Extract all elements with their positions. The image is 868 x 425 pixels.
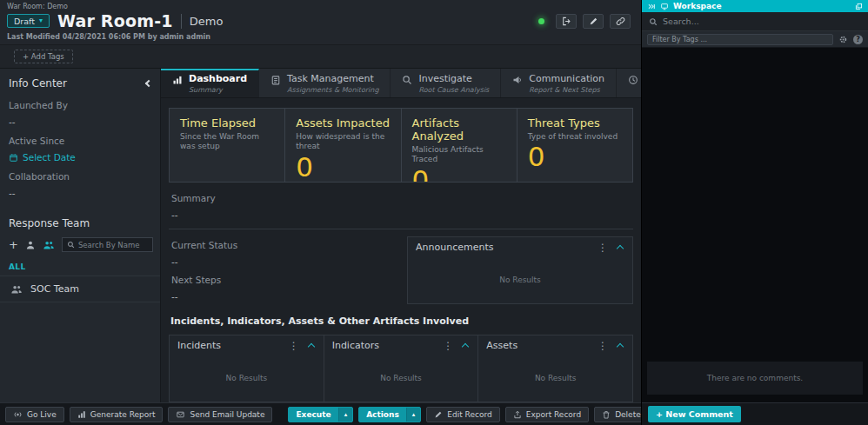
stat-value: 0 <box>528 143 622 170</box>
tab-bar: DashboardSummary Task ManagementAssignme… <box>161 69 641 98</box>
export-record-button[interactable]: Export Record <box>505 407 589 422</box>
status-section: Current Status -- Next Steps -- <box>169 236 398 304</box>
report-icon <box>77 410 86 419</box>
summary-label: Summary <box>171 193 631 203</box>
trash-icon <box>602 410 611 419</box>
edit-record-button[interactable]: Edit Record <box>426 407 499 422</box>
assets-title: Assets <box>486 340 590 351</box>
team-filter-button[interactable] <box>43 240 55 250</box>
tab-label: Communication <box>529 73 604 84</box>
investigate-icon <box>402 75 412 85</box>
stat-title: Threat Types <box>528 116 622 129</box>
page-subtitle: Demo <box>190 15 224 28</box>
summary-value: -- <box>171 209 631 220</box>
actions-label: Actions <box>359 408 406 422</box>
users-icon <box>10 284 23 295</box>
announcements-empty: No Results <box>408 256 632 303</box>
assets-empty: No Results <box>478 355 632 402</box>
announcements-panel: Announcements ⋮ No Results <box>407 236 633 304</box>
tab-communication[interactable]: CommunicationReport & Next Steps <box>501 69 617 97</box>
collaboration-value: -- <box>9 188 151 198</box>
actions-button[interactable]: Actions ▴ <box>358 407 421 422</box>
status-row: Current Status -- Next Steps -- Announce… <box>169 236 633 304</box>
add-member-button[interactable]: + <box>9 239 18 250</box>
tab-sublabel: Summary <box>189 86 247 94</box>
collapse-panel-icon[interactable] <box>617 343 624 350</box>
send-email-update-label: Send Email Update <box>190 410 264 419</box>
artifacts-panels: Incidents ⋮ No Results Indicators ⋮ <box>169 335 633 402</box>
tab-sublabel: Assignments & Monitoring <box>287 86 378 94</box>
comments-area: There are no comments. <box>642 48 868 402</box>
filter-by-tags-input[interactable] <box>647 34 833 45</box>
execute-actions-group: Execute ▴ Actions ▴ <box>288 407 421 422</box>
stat-desc: How widespread is the threat <box>296 132 390 152</box>
header-actions <box>538 14 632 29</box>
tab-dashboard[interactable]: DashboardSummary <box>161 69 259 97</box>
action-toolbar: Go Live Generate Report Send Email Updat… <box>0 402 641 425</box>
workspace-filter-row: ? <box>642 31 868 48</box>
announcements-header: Announcements ⋮ <box>408 237 632 256</box>
team-search-input[interactable] <box>78 241 148 249</box>
title-row: Draft ▾ War Room-1 Demo <box>7 12 632 30</box>
users-icon <box>43 240 55 250</box>
go-live-label: Go Live <box>27 410 57 419</box>
collapse-panel-icon[interactable] <box>617 245 624 252</box>
collapse-workspace-icon[interactable] <box>647 3 656 10</box>
caret-up-icon[interactable]: ▴ <box>338 408 353 422</box>
clock-icon <box>628 75 638 85</box>
launched-by-value: -- <box>9 116 151 127</box>
collaboration-label: Collaboration <box>9 171 151 182</box>
launched-by-label: Launched By <box>9 100 151 110</box>
workspace-search-input[interactable] <box>663 17 861 26</box>
announcements-title: Announcements <box>416 242 590 253</box>
stat-desc: Malicious Artifacts Traced <box>412 145 506 165</box>
help-icon[interactable]: ? <box>853 35 863 44</box>
popout-window-icon[interactable] <box>855 3 863 10</box>
new-comment-button[interactable]: + New Comment <box>648 406 741 422</box>
info-center-sidebar: Info Center Launched By -- Active Since … <box>0 69 161 402</box>
next-steps-label: Next Steps <box>171 275 396 285</box>
go-live-button[interactable]: Go Live <box>5 407 64 422</box>
collapse-panel-icon[interactable] <box>462 343 469 350</box>
caret-up-icon[interactable]: ▴ <box>406 408 421 422</box>
user-filter-button[interactable] <box>25 240 36 250</box>
workspace-footer: + New Comment <box>642 402 868 425</box>
pencil-icon <box>434 410 443 419</box>
select-date-link[interactable]: Select Date <box>9 152 151 163</box>
monitor-icon <box>660 3 669 10</box>
tab-label: Investigate <box>418 73 489 84</box>
main-panel: DashboardSummary Task ManagementAssignme… <box>161 69 641 402</box>
kebab-menu-icon[interactable]: ⋮ <box>590 242 616 253</box>
leave-room-button[interactable] <box>556 14 577 29</box>
kebab-menu-icon[interactable]: ⋮ <box>281 341 307 351</box>
collaboration-field: Collaboration -- <box>0 163 160 198</box>
collapse-panel-icon[interactable] <box>307 343 314 350</box>
tab-investigate[interactable]: InvestigateRoot Cause Analysis <box>391 69 501 97</box>
copy-link-button[interactable] <box>610 14 631 29</box>
edit-record-label: Edit Record <box>447 410 491 419</box>
tab-task-management[interactable]: Task ManagementAssignments & Monitoring <box>259 69 391 97</box>
edit-war-room-button[interactable] <box>583 14 604 29</box>
dashboard-icon <box>172 75 183 85</box>
indicators-empty: No Results <box>324 355 478 402</box>
kebab-menu-icon[interactable]: ⋮ <box>435 341 461 351</box>
artifacts-section-header: Incidents, Indicators, Assets & Other Ar… <box>169 315 633 327</box>
send-email-update-button[interactable]: Send Email Update <box>168 407 272 422</box>
select-date-label: Select Date <box>23 152 76 163</box>
war-room-header: War Room: Demo Draft ▾ War Room-1 Demo <box>0 0 641 45</box>
stat-card-time-elapsed: Time Elapsed Since the War Room was setu… <box>170 109 285 182</box>
export-icon <box>513 410 522 419</box>
team-row-soc[interactable]: SOC Team <box>0 276 160 302</box>
generate-report-button[interactable]: Generate Report <box>70 407 164 422</box>
tab-sublabel: Report & Next Steps <box>529 86 604 94</box>
tab-timeline[interactable]: TimelineWar Room Audit Trail <box>617 69 641 97</box>
execute-button[interactable]: Execute ▴ <box>288 407 353 422</box>
status-dropdown[interactable]: Draft ▾ <box>7 14 50 28</box>
collapse-sidebar-icon[interactable] <box>145 80 152 87</box>
settings-gear-icon[interactable] <box>838 35 848 44</box>
kebab-menu-icon[interactable]: ⋮ <box>590 341 616 351</box>
tab-sublabel: Root Cause Analysis <box>418 86 489 94</box>
add-tags-button[interactable]: + Add Tags <box>14 50 73 63</box>
active-since-label: Active Since <box>9 136 151 146</box>
team-filter-all[interactable]: ALL <box>0 257 160 276</box>
